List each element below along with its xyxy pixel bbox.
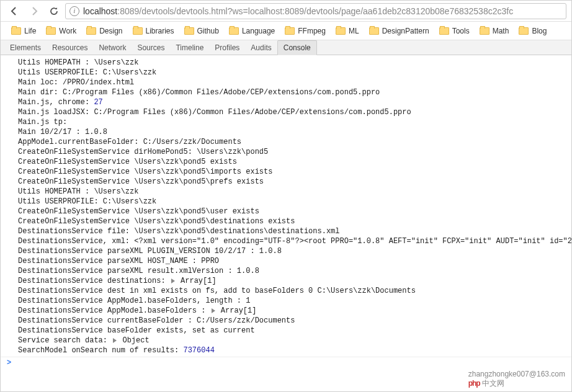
folder-icon <box>229 27 239 35</box>
url-bar[interactable]: i localhost:8089/devtools/devtools.html?… <box>65 3 566 19</box>
console-log-line: DestinationsService destinations: Array[… <box>1 276 571 286</box>
bookmark-folder[interactable]: Blog <box>514 25 551 37</box>
console-log-line: DestinationsService AppModel.baseFolders… <box>1 306 571 316</box>
console-panel: Utils HOMEPATH : \Users\zzkUtils USERPRO… <box>1 55 571 379</box>
console-log-line: SearchModel onSearch num of results: 737… <box>1 345 571 355</box>
console-input[interactable] <box>17 359 569 367</box>
console-log-line: DestinationsService, xml: <?xml version=… <box>1 236 571 246</box>
url-port: :8089 <box>117 6 139 16</box>
console-log-line: Main loc: /PPRO/index.html <box>1 78 571 87</box>
footer-watermark: zhangzhongke007@163.com php中文网 <box>468 370 565 389</box>
bookmark-label: Life <box>24 27 36 35</box>
bookmark-label: Work <box>59 27 76 35</box>
bookmark-label: Blog <box>532 27 547 35</box>
url-host: localhost <box>83 6 117 16</box>
bookmark-folder[interactable]: Work <box>42 25 81 37</box>
expand-triangle-icon[interactable] <box>113 338 117 343</box>
bookmark-label: DesignPattern <box>382 27 429 35</box>
tab-console[interactable]: Console <box>277 40 317 55</box>
console-log-line: CreateOnFileSystemService \Users\zzk\pon… <box>1 177 571 187</box>
console-log-line: DestinationsService AppModel.baseFolders… <box>1 296 571 306</box>
forward-button[interactable] <box>25 2 43 20</box>
console-log-line: Main 10/2/17 : 1.0.8 <box>1 127 571 137</box>
prompt-chevron-icon: > <box>7 358 11 368</box>
console-log-line: AppModel.currentBaseFolder: C:/Users/zzk… <box>1 137 571 147</box>
bookmark-folder[interactable]: FFmpeg <box>280 25 330 37</box>
bookmark-folder[interactable]: DesignPattern <box>365 25 434 37</box>
tab-network[interactable]: Network <box>93 41 132 55</box>
console-log-line: DestinationsService parseXML result.xmlV… <box>1 266 571 276</box>
footer-brand: php <box>468 379 480 388</box>
console-log-line: Main dir: C:/Program Files (x86)/Common … <box>1 87 571 97</box>
console-log-line: DestinationsService file: \Users\zzk\pon… <box>1 226 571 236</box>
bookmark-label: Design <box>99 27 122 35</box>
bookmark-folder[interactable]: Math <box>475 25 514 37</box>
bookmark-folder[interactable]: Tools <box>435 25 474 37</box>
console-log-line: Main.js tp: <box>1 117 571 127</box>
console-prompt[interactable]: > <box>1 357 571 368</box>
bookmark-label: Tools <box>452 27 470 35</box>
console-log-line: DestinationsService dest in xml exists o… <box>1 286 571 296</box>
tab-elements[interactable]: Elements <box>4 41 47 55</box>
bookmark-label: Libraries <box>146 27 174 35</box>
bookmark-folder[interactable]: Github <box>180 25 223 37</box>
folder-icon <box>439 27 449 35</box>
tab-sources[interactable]: Sources <box>132 41 170 55</box>
bookmark-label: Github <box>197 27 219 35</box>
footer-email: zhangzhongke007@163.com <box>468 370 565 378</box>
console-log-line: Service search data: Object <box>1 336 571 345</box>
console-log-line: CreateOnFileSystemService \Users\zzk\pon… <box>1 207 571 216</box>
back-button[interactable] <box>6 2 23 20</box>
tab-profiles[interactable]: Profiles <box>209 41 245 55</box>
tab-resources[interactable]: Resources <box>47 41 93 55</box>
bookmark-folder[interactable]: Design <box>82 25 127 37</box>
tab-audits[interactable]: Audits <box>245 41 277 55</box>
devtools-tabs: ElementsResourcesNetworkSourcesTimelineP… <box>1 40 571 55</box>
console-log-line: CreateOnFileSystemService \Users\zzk\pon… <box>1 167 571 177</box>
folder-icon <box>519 27 529 35</box>
bookmark-folder[interactable]: Libraries <box>128 25 179 37</box>
console-log-line: DestinationsService parseXML HOST_NAME :… <box>1 256 571 266</box>
console-log-line: Utils HOMEPATH : \Users\zzk <box>1 187 571 197</box>
bookmark-label: ML <box>349 27 359 35</box>
folder-icon <box>184 27 194 35</box>
folder-icon <box>11 27 21 35</box>
console-log-line: Utils USERPROFILE: C:\Users\zzk <box>1 68 571 78</box>
folder-icon <box>285 27 295 35</box>
console-log-line: CreateOnFileSystemService \Users\zzk\pon… <box>1 216 571 226</box>
info-icon[interactable]: i <box>69 6 79 16</box>
folder-icon <box>86 27 96 35</box>
bookmark-label: Math <box>493 27 509 35</box>
console-log-line: DestinationsService currentBaseFolder : … <box>1 316 571 326</box>
bookmark-folder[interactable]: Life <box>7 25 40 37</box>
console-log-line: Utils USERPROFILE: C:\Users\zzk <box>1 197 571 207</box>
bookmark-folder[interactable]: ML <box>331 25 364 37</box>
reload-button[interactable] <box>45 2 63 20</box>
folder-icon <box>46 27 56 35</box>
console-log-line: CreateOnFileSystemService dirHomePond5: … <box>1 147 571 157</box>
console-log-line: CreateOnFileSystemService \Users\zzk\pon… <box>1 157 571 167</box>
url-path: /devtools/devtools.html?ws=localhost:808… <box>139 6 513 16</box>
footer-brandtxt: 中文网 <box>482 379 504 388</box>
console-log-line: Main.js, chrome: 27 <box>1 97 571 107</box>
console-log-line: DestinationsService baseFolder exists, s… <box>1 326 571 336</box>
console-log-line: DestinationsService parseXML PLUGIN_VERS… <box>1 246 571 256</box>
bookmarks-bar: LifeWorkDesignLibrariesGithubLanguageFFm… <box>1 22 571 40</box>
browser-toolbar: i localhost:8089/devtools/devtools.html?… <box>1 1 571 22</box>
tab-timeline[interactable]: Timeline <box>170 41 209 55</box>
folder-icon <box>133 27 143 35</box>
expand-triangle-icon[interactable] <box>212 308 215 313</box>
folder-icon <box>336 27 346 35</box>
bookmark-label: Language <box>242 27 275 35</box>
folder-icon <box>369 27 379 35</box>
console-log-line: Utils HOMEPATH : \Users\zzk <box>1 58 571 68</box>
expand-triangle-icon[interactable] <box>171 278 175 283</box>
bookmark-folder[interactable]: Language <box>225 25 279 37</box>
folder-icon <box>480 27 489 35</box>
console-log-line: Main.js loadJSX: C:/Program Files (x86)/… <box>1 107 571 117</box>
bookmark-label: FFmpeg <box>298 27 326 35</box>
